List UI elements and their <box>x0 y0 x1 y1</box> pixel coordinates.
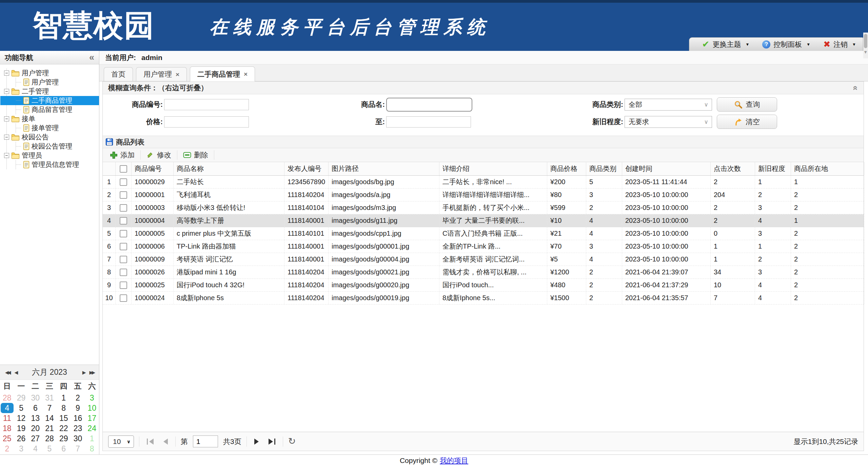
calendar-day[interactable]: 20 <box>28 423 42 433</box>
calendar-day[interactable]: 30 <box>28 393 42 403</box>
calendar-day[interactable]: 23 <box>71 423 85 433</box>
row-checkbox[interactable] <box>120 217 127 225</box>
tree-item-用户管理[interactable]: 用户管理 <box>16 78 99 87</box>
calendar-day[interactable]: 25 <box>0 433 14 444</box>
tree-item-校园公告管理[interactable]: 校园公告管理 <box>16 142 99 151</box>
calendar-day[interactable]: 22 <box>57 423 71 433</box>
project-link[interactable]: 我的项目 <box>440 456 468 465</box>
calendar-day[interactable]: 18 <box>0 423 14 433</box>
table-row[interactable]: 810000026港版ipad mini 1 16g1118140204imag… <box>103 266 864 279</box>
calendar-day[interactable]: 2 <box>0 444 14 454</box>
tab-二手商品管理[interactable]: 二手商品管理× <box>190 66 255 81</box>
prev-page-button[interactable] <box>161 439 170 445</box>
search-button[interactable]: 查询 <box>717 97 777 112</box>
row-checkbox[interactable] <box>120 191 127 199</box>
add-button[interactable]: 添加 <box>104 148 140 162</box>
calendar-day[interactable]: 7 <box>42 403 57 413</box>
table-row[interactable]: 410000004高等数学上下册1118140001images/goods/g… <box>103 214 864 227</box>
tree-collapse-icon[interactable] <box>4 135 9 140</box>
table-row[interactable]: 910000025国行iPod touch 4 32G!1118140204im… <box>103 279 864 292</box>
calendar-day[interactable]: 7 <box>71 444 85 454</box>
tab-close-icon[interactable]: × <box>176 71 179 78</box>
change-theme-menu[interactable]: ✔ 更换主题 ▼ <box>702 39 750 50</box>
calendar-day[interactable]: 28 <box>0 393 14 403</box>
row-checkbox[interactable] <box>120 178 127 186</box>
tree-collapse-icon[interactable] <box>4 153 9 158</box>
sidebar-collapse-icon[interactable]: « <box>89 53 94 62</box>
calendar-day[interactable]: 28 <box>42 433 57 444</box>
tree-folder-用户管理[interactable]: 用户管理 <box>7 69 99 78</box>
tab-首页[interactable]: 首页 <box>104 67 133 81</box>
calendar-day[interactable]: 17 <box>85 413 99 423</box>
tree-collapse-icon[interactable] <box>4 89 9 94</box>
tree-folder-二手管理[interactable]: 二手管理 <box>7 87 99 96</box>
page-size-select[interactable]: 10 ∨ <box>108 435 134 448</box>
row-checkbox[interactable] <box>120 269 127 276</box>
panel-collapse-icon[interactable]: « <box>851 85 861 90</box>
calendar-day[interactable]: 10 <box>85 403 99 413</box>
table-row[interactable]: 710000009考研英语 词汇记忆1118140001images/goods… <box>103 253 864 266</box>
goods-category-select[interactable]: 全部 ∨ <box>625 99 712 111</box>
calendar-day[interactable]: 24 <box>85 423 99 433</box>
delete-button[interactable]: 删除 <box>177 148 214 162</box>
tree-item-接单管理[interactable]: 接单管理 <box>16 123 99 133</box>
tree-folder-校园公告[interactable]: 校园公告 <box>7 133 99 142</box>
row-checkbox[interactable] <box>120 281 127 289</box>
calendar-day[interactable]: 14 <box>42 413 57 423</box>
calendar-day[interactable]: 3 <box>85 393 99 403</box>
tab-用户管理[interactable]: 用户管理× <box>136 67 187 81</box>
calendar-day[interactable]: 9 <box>71 403 85 413</box>
row-checkbox[interactable] <box>120 204 127 212</box>
price-to-input[interactable] <box>386 116 471 128</box>
condition-select[interactable]: 无要求 ∨ <box>625 116 712 128</box>
calendar-day[interactable]: 19 <box>14 423 28 433</box>
last-page-button[interactable] <box>266 439 278 445</box>
calendar-day[interactable]: 30 <box>71 433 85 444</box>
calendar-day[interactable]: 31 <box>42 393 57 403</box>
price-from-input[interactable] <box>164 116 249 128</box>
calendar-day[interactable]: 21 <box>42 423 57 433</box>
calendar-prev-month-icon[interactable]: ◀ <box>15 370 17 375</box>
calendar-day[interactable]: 5 <box>42 444 57 454</box>
calendar-day[interactable]: 1 <box>57 393 71 403</box>
select-all-checkbox[interactable] <box>120 165 127 173</box>
calendar-day[interactable]: 12 <box>14 413 28 423</box>
calendar-day[interactable]: 26 <box>14 433 28 444</box>
refresh-icon[interactable]: ↻ <box>288 437 296 446</box>
calendar-day[interactable]: 4 <box>0 403 14 413</box>
calendar-day[interactable]: 16 <box>71 413 85 423</box>
calendar-day[interactable]: 29 <box>57 433 71 444</box>
calendar-day[interactable]: 27 <box>28 433 42 444</box>
tree-folder-接单[interactable]: 接单 <box>7 114 99 123</box>
calendar-day[interactable]: 15 <box>57 413 71 423</box>
tab-close-icon[interactable]: × <box>244 71 248 77</box>
row-checkbox[interactable] <box>120 294 127 302</box>
clear-button[interactable]: 清空 <box>717 115 777 129</box>
tree-collapse-icon[interactable] <box>4 116 9 121</box>
tree-item-管理员信息管理[interactable]: 管理员信息管理 <box>16 160 99 169</box>
tree-folder-管理员[interactable]: 管理员 <box>7 151 99 160</box>
calendar-day[interactable]: 11 <box>0 413 14 423</box>
calendar-day[interactable]: 8 <box>85 444 99 454</box>
first-page-button[interactable] <box>144 439 156 445</box>
logout-menu[interactable]: ✖ 注销 ▼ <box>823 39 856 49</box>
calendar-next-month-icon[interactable]: ▶ <box>82 370 85 375</box>
row-checkbox[interactable] <box>120 256 127 263</box>
goods-name-input[interactable] <box>386 98 472 112</box>
scrollbar-down-arrow-icon[interactable]: ▼ <box>863 50 868 55</box>
next-page-button[interactable] <box>252 439 261 445</box>
scrollbar-thumb[interactable] <box>864 34 867 48</box>
table-row[interactable]: 110000029二手站长1234567890images/goods/bg.j… <box>103 176 864 189</box>
calendar-day[interactable]: 4 <box>28 444 42 454</box>
tree-item-二手商品管理[interactable]: 二手商品管理 <box>0 96 99 105</box>
calendar-prev-year-icon[interactable]: ◀◀ <box>5 370 10 375</box>
table-row[interactable]: 210000001飞利浦耳机1118140204images/goods/a.j… <box>103 189 864 201</box>
calendar-day[interactable]: 5 <box>14 403 28 413</box>
calendar-next-year-icon[interactable]: ▶▶ <box>89 370 94 375</box>
table-row[interactable]: 510000005c primer plus 中文第五版1118140101im… <box>103 227 864 240</box>
calendar-day[interactable]: 6 <box>57 444 71 454</box>
calendar-day[interactable]: 29 <box>14 393 28 403</box>
table-row[interactable]: 610000006TP-Link 路由器加猫1118140001images/g… <box>103 240 864 253</box>
calendar-day[interactable]: 2 <box>71 393 85 403</box>
calendar-day[interactable]: 6 <box>28 403 42 413</box>
